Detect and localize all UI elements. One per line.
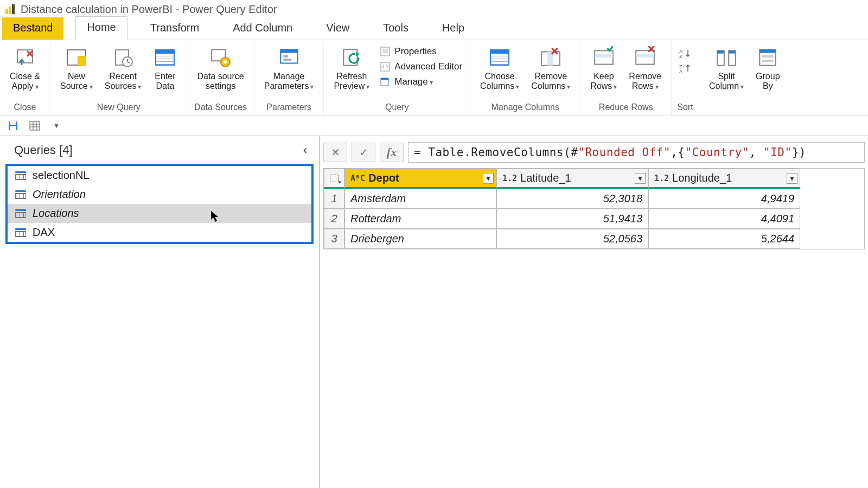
cursor-icon [210, 210, 220, 222]
ribbon-group-manage-columns: Choose Columns Remove Columns Manage Col… [470, 41, 580, 115]
window-title: Distance calculation in PowerBI - Power … [21, 3, 277, 16]
keep-rows-icon [592, 46, 616, 69]
properties-button[interactable]: Properties [377, 44, 464, 59]
column-filter-longitude[interactable]: ▼ [787, 173, 797, 184]
split-column-button[interactable]: Split Column [705, 43, 748, 94]
formula-cancel-button[interactable]: ✕ [323, 143, 347, 162]
formula-fx-button[interactable]: fx [380, 143, 404, 162]
table-row[interactable]: 2 Rotterdam 51,9413 4,4091 [324, 209, 864, 229]
chevron-down-icon: ▼ [486, 175, 492, 182]
table-icon [15, 228, 26, 237]
svg-rect-36 [729, 50, 736, 53]
column-header-depot[interactable]: AᴮC Depot ▼ [344, 169, 496, 189]
menu-tab-help[interactable]: Help [431, 17, 475, 40]
query-item-orientation[interactable]: Orientation [8, 185, 311, 204]
new-source-button[interactable]: New Source [56, 43, 97, 94]
choose-columns-icon [488, 46, 512, 69]
svg-rect-13 [381, 47, 390, 56]
menu-tab-transform[interactable]: Transform [139, 17, 210, 40]
save-button[interactable] [5, 119, 21, 132]
svg-rect-9 [280, 49, 298, 53]
ribbon-group-new-query: New Source Recent Sources Enter Data New… [50, 41, 187, 115]
queries-pane: Queries [4] ‹ selectionNL Orientation Lo… [0, 136, 320, 488]
group-label-sort: Sort [677, 101, 693, 114]
manage-query-button[interactable]: Manage [377, 75, 464, 89]
cell-depot[interactable]: Rotterdam [344, 209, 496, 229]
manage-parameters-button[interactable]: Manage Parameters [260, 43, 318, 94]
remove-rows-button[interactable]: Remove Rows [624, 43, 666, 94]
cell-latitude[interactable]: 51,9413 [496, 209, 648, 229]
qat-dropdown[interactable]: ▼ [49, 119, 64, 132]
parameters-icon [277, 46, 301, 69]
cell-longitude[interactable]: 4,4091 [648, 209, 800, 229]
fx-icon: fx [387, 145, 397, 159]
query-item-selectionnl[interactable]: selectionNL [8, 166, 311, 185]
cell-latitude[interactable]: 52,3018 [496, 189, 648, 209]
cell-longitude[interactable]: 5,2644 [648, 229, 800, 249]
grid-corner-button[interactable] [324, 169, 344, 189]
datatype-decimal-icon: 1.2 [502, 174, 517, 183]
cell-longitude[interactable]: 4,9419 [648, 189, 800, 209]
column-filter-depot[interactable]: ▼ [483, 173, 494, 184]
sort-desc-button[interactable]: ZA [677, 62, 693, 76]
cell-latitude[interactable]: 52,0563 [496, 229, 648, 249]
refresh-preview-button[interactable]: Refresh Preview [329, 43, 374, 94]
menu-tab-tools[interactable]: Tools [372, 17, 419, 40]
title-bar: Distance calculation in PowerBI - Power … [0, 0, 868, 18]
queries-header: Queries [4] [14, 143, 73, 157]
qat-table-button[interactable] [27, 119, 42, 132]
ribbon-group-close: Close & Apply Close [0, 41, 50, 115]
row-number: 2 [324, 209, 344, 229]
group-by-button[interactable]: Group By [751, 43, 784, 94]
manage-icon [379, 76, 391, 88]
check-icon: ✓ [359, 146, 368, 159]
cell-depot[interactable]: Amsterdam [344, 189, 496, 209]
properties-icon [379, 46, 391, 57]
sort-asc-button[interactable]: AZ [677, 47, 693, 61]
table-icon [15, 209, 26, 218]
table-row[interactable]: 3 Driebergen 52,0563 5,2644 [324, 229, 864, 249]
column-header-latitude[interactable]: 1.2 Latitude_1 ▼ [496, 169, 648, 189]
menu-file[interactable]: Bestand [2, 17, 63, 40]
svg-rect-43 [10, 126, 16, 130]
ribbon-group-sort: AZ ZA Sort [672, 41, 699, 115]
app-icon [5, 4, 15, 14]
group-label-new-query: New Query [97, 101, 141, 114]
ribbon-group-reduce-rows: Keep Rows Remove Rows Reduce Rows [580, 41, 672, 115]
table-row[interactable]: 1 Amsterdam 52,3018 4,9419 [324, 189, 864, 209]
refresh-icon [340, 46, 363, 69]
collapse-pane-button[interactable]: ‹ [299, 143, 311, 157]
ribbon-group-split: Split Column Group By [699, 41, 790, 115]
close-apply-label: Close & Apply [10, 72, 40, 92]
formula-input[interactable]: = Table.RemoveColumns(#"Rounded Off",{"C… [408, 142, 865, 163]
group-by-icon [756, 46, 780, 69]
choose-columns-button[interactable]: Choose Columns [476, 43, 524, 94]
menu-tab-view[interactable]: View [315, 17, 360, 40]
close-apply-button[interactable]: Close & Apply [5, 43, 44, 94]
menu-tab-add-column[interactable]: Add Column [222, 17, 303, 40]
chevron-down-icon: ▼ [53, 122, 60, 130]
data-source-settings-button[interactable]: Data source settings [193, 43, 248, 94]
advanced-editor-button[interactable]: Advanced Editor [377, 60, 464, 74]
quick-access-toolbar: ▼ [0, 116, 868, 136]
cell-depot[interactable]: Driebergen [344, 229, 496, 249]
ribbon-group-query: Refresh Preview Properties Advanced Edit… [324, 41, 470, 115]
column-header-longitude[interactable]: 1.2 Longitude_1 ▼ [648, 169, 800, 189]
main-panel: ✕ ✓ fx = Table.RemoveColumns(#"Rounded O… [320, 136, 868, 488]
enter-data-icon [153, 46, 177, 69]
query-item-locations[interactable]: Locations [8, 204, 311, 223]
menu-tab-home[interactable]: Home [75, 16, 127, 40]
keep-rows-button[interactable]: Keep Rows [586, 43, 621, 94]
remove-rows-icon [633, 46, 657, 69]
table-menu-icon [330, 175, 339, 182]
query-item-dax[interactable]: DAX [8, 223, 311, 242]
svg-rect-38 [760, 49, 776, 53]
remove-columns-button[interactable]: Remove Columns [527, 43, 575, 94]
column-filter-latitude[interactable]: ▼ [635, 173, 646, 184]
table-icon [15, 171, 26, 180]
recent-sources-button[interactable]: Recent Sources [100, 43, 146, 94]
enter-data-button[interactable]: Enter Data [149, 43, 181, 94]
formula-accept-button[interactable]: ✓ [352, 143, 375, 162]
svg-rect-16 [381, 62, 390, 71]
svg-rect-18 [381, 78, 388, 80]
